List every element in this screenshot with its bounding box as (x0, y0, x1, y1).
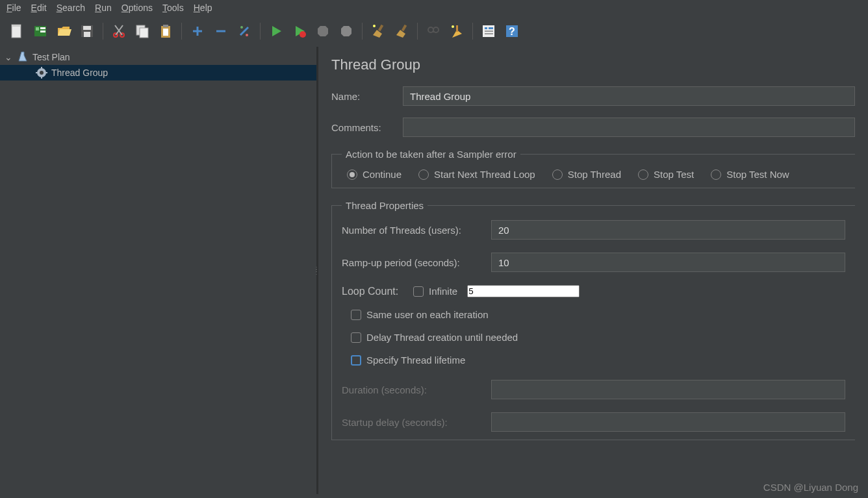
svg-rect-33 (485, 27, 487, 29)
radio-stop-test-now[interactable]: Stop Test Now (711, 169, 789, 180)
menu-run[interactable]: Run (95, 3, 112, 13)
svg-rect-7 (83, 26, 91, 30)
toolbar-separator (181, 23, 182, 40)
svg-rect-14 (140, 28, 148, 38)
cut-icon[interactable] (108, 21, 129, 42)
svg-point-40 (40, 71, 44, 75)
menu-help[interactable]: Help (194, 3, 212, 13)
menubar: File Edit Search Run Options Tools Help (0, 0, 868, 16)
svg-text:?: ? (509, 26, 515, 37)
svg-rect-26 (402, 25, 407, 32)
flask-icon (17, 51, 29, 63)
svg-point-31 (452, 25, 454, 28)
collapse-icon[interactable] (211, 21, 231, 42)
tree-root-label: Test Plan (32, 52, 70, 62)
start-no-timers-icon[interactable] (289, 21, 310, 42)
function-helper-icon[interactable] (478, 21, 499, 42)
sampler-error-legend: Action to be taken after a Sampler error (342, 149, 520, 160)
radio-stop-test[interactable]: Stop Test (638, 169, 694, 180)
threads-label: Number of Threads (users): (342, 225, 481, 236)
name-input[interactable] (403, 86, 855, 106)
startup-label: Startup delay (seconds): (342, 417, 481, 428)
clear-all-icon[interactable] (391, 21, 412, 42)
stop-icon[interactable] (313, 21, 333, 42)
infinite-checkbox[interactable]: Infinite (413, 286, 457, 297)
toggle-icon[interactable] (234, 21, 255, 42)
new-icon[interactable] (6, 21, 27, 42)
loop-input[interactable] (467, 285, 580, 297)
sampler-error-fieldset: Action to be taken after a Sampler error… (331, 149, 855, 188)
thread-properties-fieldset: Thread Properties Number of Threads (use… (331, 200, 855, 440)
reset-search-icon[interactable] (446, 21, 467, 42)
threads-input[interactable] (491, 220, 845, 240)
delay-creation-checkbox[interactable]: Delay Thread creation until needed (342, 332, 845, 343)
save-icon[interactable] (77, 21, 97, 42)
svg-rect-34 (489, 27, 493, 29)
content-area: ⌄ Test Plan Thread Group ⋮⋮ Thread Group… (0, 47, 868, 494)
chevron-down-icon[interactable]: ⌄ (4, 52, 13, 62)
menu-tools[interactable]: Tools (162, 3, 184, 13)
ramp-label: Ramp-up period (seconds): (342, 257, 481, 268)
comments-input[interactable] (403, 118, 855, 137)
svg-rect-5 (40, 31, 45, 32)
toolbar-separator (417, 23, 418, 40)
svg-point-23 (300, 31, 306, 38)
startup-input (491, 412, 845, 432)
gear-icon (36, 67, 47, 79)
svg-rect-4 (40, 27, 45, 29)
toolbar-separator (362, 23, 363, 40)
toolbar-separator (103, 23, 103, 40)
help-icon[interactable]: ? (502, 21, 522, 42)
watermark: CSDN @Liyuan Dong (763, 482, 858, 493)
splitter-handle[interactable]: ⋮⋮ (313, 268, 318, 273)
panel-title: Thread Group (331, 56, 855, 73)
clear-icon[interactable] (368, 21, 389, 42)
toolbar: ? (0, 16, 868, 47)
search-icon[interactable] (423, 21, 444, 42)
comments-label: Comments: (331, 122, 390, 133)
svg-rect-3 (36, 27, 39, 31)
shutdown-icon[interactable] (336, 21, 357, 42)
menu-file[interactable]: File (6, 3, 21, 13)
start-icon[interactable] (266, 21, 287, 42)
svg-point-22 (246, 34, 248, 36)
same-user-checkbox[interactable]: Same user on each iteration (342, 309, 845, 320)
toolbar-separator (260, 23, 261, 40)
svg-point-21 (240, 26, 243, 29)
copy-icon[interactable] (132, 21, 153, 42)
svg-rect-36 (485, 33, 493, 34)
tree-root-test-plan[interactable]: ⌄ Test Plan (0, 49, 316, 65)
toolbar-separator (472, 23, 473, 40)
tree-panel: ⌄ Test Plan Thread Group ⋮⋮ (0, 47, 318, 494)
paste-icon[interactable] (155, 21, 176, 42)
menu-search[interactable]: Search (57, 3, 85, 13)
svg-point-25 (373, 25, 376, 27)
duration-input (491, 380, 845, 399)
svg-rect-24 (378, 25, 383, 32)
radio-stop-thread[interactable]: Stop Thread (552, 169, 621, 180)
loop-label: Loop Count: (342, 286, 403, 297)
ramp-input[interactable] (491, 253, 845, 272)
thread-properties-legend: Thread Properties (342, 200, 428, 211)
svg-rect-1 (12, 25, 21, 27)
svg-rect-30 (456, 25, 458, 32)
menu-options[interactable]: Options (121, 3, 153, 13)
open-icon[interactable] (53, 21, 74, 42)
svg-rect-35 (485, 31, 493, 32)
main-panel: Thread Group Name: Comments: Action to b… (318, 47, 868, 494)
radio-start-next-loop[interactable]: Start Next Thread Loop (418, 169, 535, 180)
duration-label: Duration (seconds): (342, 384, 481, 395)
expand-icon[interactable] (187, 21, 208, 42)
svg-rect-17 (163, 29, 168, 36)
templates-icon[interactable] (30, 21, 51, 42)
tree-child-label: Thread Group (51, 68, 108, 78)
svg-rect-16 (163, 25, 168, 27)
menu-edit[interactable]: Edit (31, 3, 47, 13)
radio-continue[interactable]: Continue (347, 169, 402, 180)
svg-rect-8 (84, 32, 90, 37)
tree-child-thread-group[interactable]: Thread Group (0, 65, 316, 81)
lifetime-checkbox[interactable]: Specify Thread lifetime (342, 355, 845, 366)
name-label: Name: (331, 91, 390, 102)
